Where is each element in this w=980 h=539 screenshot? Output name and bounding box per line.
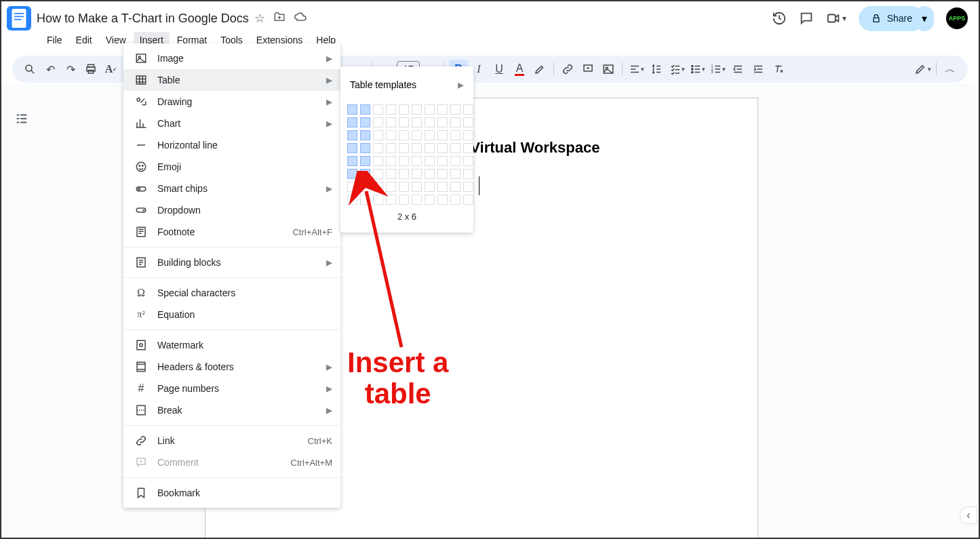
table-grid-cell[interactable] xyxy=(437,117,448,127)
table-grid-cell[interactable] xyxy=(412,104,422,115)
table-grid-cell[interactable] xyxy=(347,143,357,153)
table-grid-cell[interactable] xyxy=(399,182,409,192)
table-grid-cell[interactable] xyxy=(463,156,473,166)
table-grid-cell[interactable] xyxy=(425,117,435,127)
table-grid-cell[interactable] xyxy=(399,169,409,179)
insert-watermark[interactable]: Watermark xyxy=(123,334,340,356)
numbered-list-button[interactable]: 123▾ xyxy=(708,60,727,79)
table-grid-cell[interactable] xyxy=(373,182,383,192)
table-grid-cell[interactable] xyxy=(347,130,357,140)
highlight-button[interactable] xyxy=(530,60,549,79)
table-grid-cell[interactable] xyxy=(425,104,435,115)
table-grid-cell[interactable] xyxy=(425,182,435,192)
table-grid-cell[interactable] xyxy=(463,169,473,179)
spellcheck-icon[interactable]: A✓ xyxy=(102,60,121,79)
doc-title[interactable]: How to Make a T-Chart in Google Docs xyxy=(37,12,249,26)
redo-icon[interactable]: ↷ xyxy=(61,60,80,79)
table-grid-cell[interactable] xyxy=(425,195,435,205)
underline-button[interactable]: U xyxy=(490,60,509,79)
menu-file[interactable]: File xyxy=(41,32,68,48)
table-grid-cell[interactable] xyxy=(360,182,370,192)
table-grid-cell[interactable] xyxy=(463,143,473,153)
comments-icon[interactable] xyxy=(799,11,814,26)
table-grid-cell[interactable] xyxy=(437,104,448,115)
insert-equation[interactable]: π²Equation xyxy=(123,304,340,325)
history-icon[interactable] xyxy=(772,11,787,26)
menu-edit[interactable]: Edit xyxy=(70,32,98,48)
table-grid-cell[interactable] xyxy=(360,117,370,127)
insert-image-icon[interactable] xyxy=(599,60,618,79)
line-spacing-button[interactable] xyxy=(647,60,666,79)
insert-page-numbers[interactable]: #Page numbers▸ xyxy=(123,378,340,399)
table-grid-cell[interactable] xyxy=(463,117,473,127)
table-grid-cell[interactable] xyxy=(463,195,473,205)
bulleted-list-button[interactable]: ▾ xyxy=(688,60,707,79)
insert-table[interactable]: Table▸ xyxy=(123,69,340,91)
table-grid-cell[interactable] xyxy=(360,169,370,179)
table-grid-cell[interactable] xyxy=(347,195,357,205)
table-templates-item[interactable]: Table templates ▸ xyxy=(340,72,473,98)
clear-formatting-icon[interactable] xyxy=(769,60,788,79)
star-icon[interactable]: ☆ xyxy=(254,11,265,26)
table-grid-cell[interactable] xyxy=(450,130,460,140)
insert-emoji[interactable]: Emoji xyxy=(123,156,340,178)
increase-indent-icon[interactable] xyxy=(749,60,768,79)
table-grid-cell[interactable] xyxy=(373,156,383,166)
table-grid-cell[interactable] xyxy=(360,156,370,166)
insert-bookmark[interactable]: Bookmark xyxy=(123,482,340,504)
table-grid-cell[interactable] xyxy=(360,195,370,205)
table-grid-cell[interactable] xyxy=(386,195,396,205)
move-icon[interactable] xyxy=(273,11,286,26)
insert-footnote[interactable]: FootnoteCtrl+Alt+F xyxy=(123,221,340,243)
table-grid-cell[interactable] xyxy=(450,143,460,153)
insert-dropdown[interactable]: Dropdown xyxy=(123,199,340,221)
table-grid-cell[interactable] xyxy=(437,182,448,192)
table-grid-cell[interactable] xyxy=(450,195,460,205)
table-grid-cell[interactable] xyxy=(425,156,435,166)
account-avatar[interactable]: APPS xyxy=(946,7,968,29)
insert-headers-footers[interactable]: Headers & footers▸ xyxy=(123,356,340,378)
table-grid-cell[interactable] xyxy=(386,182,396,192)
table-grid-cell[interactable] xyxy=(347,169,357,179)
table-grid-cell[interactable] xyxy=(386,156,396,166)
table-grid-cell[interactable] xyxy=(347,104,357,115)
add-comment-icon[interactable] xyxy=(579,60,597,79)
table-grid-cell[interactable] xyxy=(399,143,409,153)
table-grid-cell[interactable] xyxy=(463,104,473,115)
docs-logo-icon[interactable] xyxy=(7,6,31,31)
share-dropdown[interactable]: ▾ xyxy=(915,6,934,31)
table-grid-cell[interactable] xyxy=(450,156,460,166)
table-grid-cell[interactable] xyxy=(360,130,370,140)
table-grid-cell[interactable] xyxy=(412,143,422,153)
table-grid-cell[interactable] xyxy=(425,143,435,153)
insert-building-blocks[interactable]: Building blocks▸ xyxy=(123,252,340,273)
table-grid-cell[interactable] xyxy=(373,130,383,140)
undo-icon[interactable]: ↶ xyxy=(41,60,60,79)
table-grid-cell[interactable] xyxy=(386,143,396,153)
editing-mode-button[interactable]: ▾ xyxy=(913,60,932,79)
table-grid-cell[interactable] xyxy=(373,143,383,153)
insert-image[interactable]: Image▸ xyxy=(123,47,340,69)
cloud-status-icon[interactable] xyxy=(294,10,307,27)
table-grid-cell[interactable] xyxy=(360,143,370,153)
table-grid-cell[interactable] xyxy=(437,143,448,153)
table-grid-cell[interactable] xyxy=(399,130,409,140)
table-grid-cell[interactable] xyxy=(463,182,473,192)
table-grid-cell[interactable] xyxy=(425,169,435,179)
search-menus-icon[interactable] xyxy=(20,60,39,79)
table-grid-cell[interactable] xyxy=(347,117,357,127)
table-grid-cell[interactable] xyxy=(386,169,396,179)
insert-drawing[interactable]: Drawing▸ xyxy=(123,91,340,113)
table-grid-cell[interactable] xyxy=(463,130,473,140)
table-grid-cell[interactable] xyxy=(399,156,409,166)
table-grid-cell[interactable] xyxy=(450,182,460,192)
table-grid-cell[interactable] xyxy=(450,117,460,127)
insert-link-icon[interactable] xyxy=(558,60,577,79)
table-grid-cell[interactable] xyxy=(360,104,370,115)
insert-smart-chips[interactable]: Smart chips▸ xyxy=(123,178,340,199)
table-grid-cell[interactable] xyxy=(399,195,409,205)
checklist-button[interactable]: ▾ xyxy=(667,60,686,79)
table-grid-cell[interactable] xyxy=(412,117,422,127)
table-grid-cell[interactable] xyxy=(437,195,448,205)
insert-break[interactable]: Break▸ xyxy=(123,399,340,421)
